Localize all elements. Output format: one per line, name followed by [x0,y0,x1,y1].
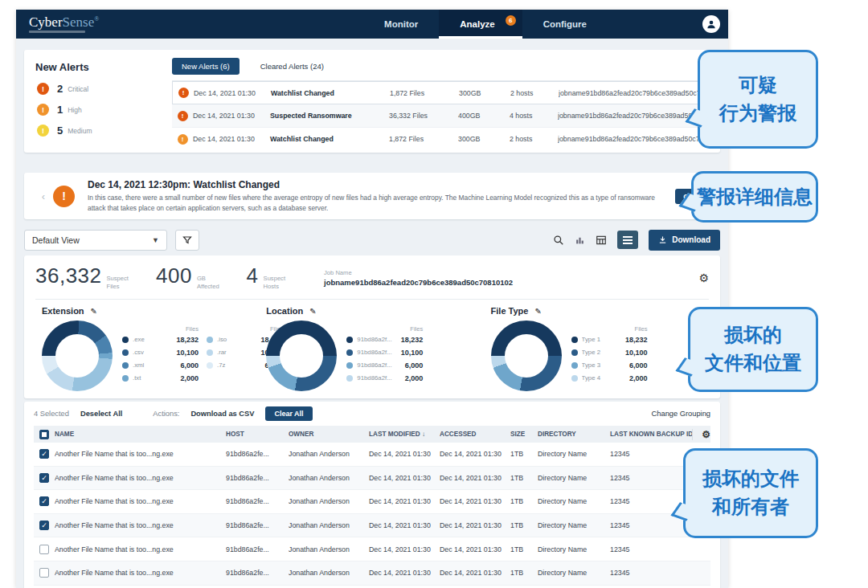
cell-name: Another File Name that is too...ng.exe [55,545,226,553]
alert-row[interactable]: ! Dec 14, 2021 01:30 Watchlist Changed 1… [172,128,710,145]
donut-hole [280,334,323,378]
view-select-value: Default View [32,235,80,245]
table-row[interactable]: ✓ Another File Name that is too...ng.exe… [34,443,710,467]
download-button[interactable]: Download [649,230,720,251]
cell-size: 1TB [510,474,538,482]
legend-value: 6,000 [168,361,199,370]
column-header-size[interactable]: SIZE [510,431,538,438]
nav-tab[interactable]: Monitor [363,10,439,39]
table-settings-gear-icon[interactable]: ⚙ [702,429,710,440]
select-all-checkbox[interactable] [39,430,49,439]
table-row[interactable]: ✓ Another File Name that is too...ng.exe… [34,467,710,491]
table-settings-cell: ⚙ [692,429,710,440]
summary-settings-gear-icon[interactable]: ⚙ [698,272,709,284]
severity-item: ! 5 Medium [37,125,172,137]
legend-label: 91bd86a2f... [357,361,392,369]
list-view-toggle-active[interactable] [617,231,638,249]
legend-entry: 91bd86a2f... 10,100 [346,349,423,357]
severity-warning-icon: ! [37,104,49,116]
cell-host: 91bd86a2fe... [226,569,289,577]
change-grouping-link[interactable]: Change Grouping [652,410,710,418]
alert-size: 400GB [458,112,510,120]
logo-tagline [29,31,85,33]
toolbar-right-icons: Download [553,230,720,251]
row-checkbox[interactable]: ✓ [39,496,49,506]
table-row[interactable]: ✓ Another File Name that is too...ng.exe… [34,514,710,538]
legend-files-header: Files [346,325,423,333]
clear-all-button[interactable]: Clear All [265,406,312,421]
edit-pencil-icon[interactable]: ✎ [309,307,316,316]
alert-row[interactable]: ! Dec 14, 2021 01:30 Watchlist Changed 1… [172,81,710,104]
nav-tab[interactable]: Configure [522,10,608,39]
alert-list-tab[interactable]: Cleared Alerts (24) [251,58,334,75]
column-header-last-modified[interactable]: LAST MODIFIED ↓ [369,431,440,438]
cell-accessed: Dec 14, 2021 01:30 [440,521,510,529]
row-checkbox[interactable] [39,545,49,554]
alert-tab-label: Cleared Alerts (24) [260,62,324,71]
column-header-accessed[interactable]: ACCESSED [440,431,510,438]
legend-dot [122,362,129,369]
row-checkbox[interactable] [39,568,49,578]
cell-accessed: Dec 14, 2021 01:30 [440,497,510,505]
alert-size: 300GB [458,135,510,143]
callout-text: 损坏的文件和位置 [705,321,801,378]
job-name-block: Job Name jobname91bd86a2fead20c79b6ce389… [324,269,513,287]
legend-entry: .csv 10,100 [122,349,199,357]
download-as-csv-link[interactable]: Download as CSV [190,410,254,418]
column-header-name[interactable]: NAME [55,431,226,438]
column-header-host[interactable]: HOST [226,431,289,438]
search-button[interactable] [553,235,564,246]
view-select[interactable]: Default View ▼ [24,230,167,251]
row-checkbox[interactable]: ✓ [39,521,49,530]
collapse-chevron-icon[interactable]: ‹ [34,190,53,202]
table-row[interactable]: Another File Name that is too...ng.exe 9… [34,537,710,561]
cybersense-logo[interactable]: CyberSense® [29,15,99,33]
row-checkbox[interactable]: ✓ [39,449,49,459]
legend-dot [122,349,129,356]
cell-owner: Jonathan Anderson [289,569,369,577]
alert-files: 1,872 Files [390,89,459,97]
alert-date: Dec 14, 2021 01:30 [193,135,270,143]
legend-dot [207,349,213,356]
grid-view-button[interactable] [596,235,607,246]
alert-job-name: jobname91bd86a2fead20c79b6ce389ad50c7081… [559,89,710,97]
cell-name: Another File Name that is too...ng.exe [55,569,226,577]
stats-row: 36,332 SuspectFiles 400 GBAffected 4 Sus… [35,262,709,294]
legend-dot [346,349,353,356]
column-header-owner[interactable]: OWNER [289,431,369,438]
legend-label: .7z [217,361,252,369]
cell-directory: Directory Name [538,450,610,458]
chart-group: Location ✎ Files 91bd86a2f... 18,232 91b… [260,306,484,391]
edit-pencil-icon[interactable]: ✎ [534,307,541,316]
donut-chart[interactable] [42,321,113,391]
annotation-callout: 损坏的文件和所有者 [683,448,818,538]
edit-pencil-icon[interactable]: ✎ [91,307,97,316]
donut-chart[interactable] [491,321,562,391]
download-icon [658,235,667,244]
user-avatar[interactable] [702,15,720,33]
cell-size: 1TB [510,569,538,577]
cell-host: 91bd86a2fe... [226,474,289,482]
alert-list-tab[interactable]: New Alerts (6) [172,58,240,75]
column-header-last-known-backup-id[interactable]: LAST KNOWN BACKUP ID [610,431,692,438]
filter-button[interactable] [175,230,199,251]
column-header-directory[interactable]: DIRECTORY [538,431,610,438]
row-checkbox[interactable]: ✓ [39,473,49,483]
alert-title: Watchlist Changed [270,135,389,143]
chart-view-button[interactable] [575,235,585,245]
cell-last-modified: Dec 14, 2021 01:30 [369,545,440,553]
deselect-all-link[interactable]: Deselect All [80,410,122,418]
registered-mark: ® [94,15,99,22]
nav-tab[interactable]: Analyze6 [439,10,522,39]
cell-directory: Directory Name [538,545,610,553]
donut-chart[interactable] [266,321,337,391]
legend-dot [571,349,578,356]
alert-hosts: 4 hosts [510,112,558,120]
cell-host: 91bd86a2fe... [226,497,289,505]
table-row[interactable]: Another File Name that is too...ng.exe 9… [34,561,710,586]
table-row[interactable]: ✓ Another File Name that is too...ng.exe… [34,490,710,514]
stats: 36,332 SuspectFiles 400 GBAffected 4 Sus… [35,263,313,292]
alert-row[interactable]: ! Dec 14, 2021 01:30 Suspected Ransomwar… [172,104,710,128]
legend-dot [207,337,213,343]
alert-detail-banner: ‹ ! Dec 14, 2021 12:30pm: Watchlist Chan… [24,173,720,219]
